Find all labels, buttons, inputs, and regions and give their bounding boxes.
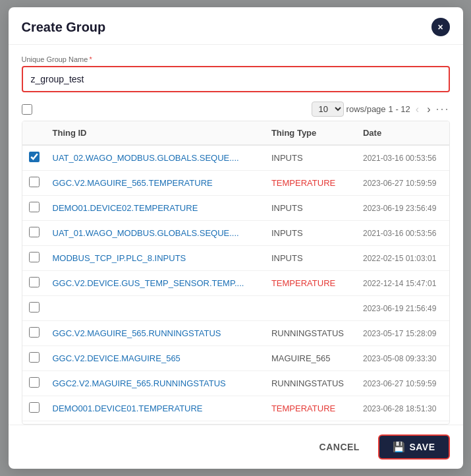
select-all-checkbox[interactable] (22, 104, 32, 115)
row-checkbox[interactable] (29, 227, 40, 237)
table-row: GGC.V2.DEVICE.GUS_TEMP_SENSOR.TEMP....TE… (22, 271, 449, 296)
thing-type: INPUTS (271, 228, 303, 238)
table-row: UAT_02.WAGO_MODBUS.GLOBALS.SEQUE....INPU… (22, 145, 449, 171)
col-date: Date (356, 121, 449, 145)
thing-date: 2023-06-27 10:59:59 (356, 171, 449, 196)
table-row: 2023-06-19 21:56:49 (22, 296, 449, 321)
thing-date: 2023-06-19 23:56:49 (356, 196, 449, 221)
thing-date: 2021-03-16 00:53:56 (356, 221, 449, 246)
row-checkbox[interactable] (29, 302, 40, 312)
thing-date: 2021-03-16 00:53:56 (356, 145, 449, 171)
thing-id: GGC.V2.DEVICE.MAGUIRE_565 (53, 353, 180, 363)
thing-id: UAT_01.WAGO_MODBUS.GLOBALS.SEQUE.... (53, 228, 239, 238)
next-page-button[interactable]: › (424, 102, 433, 117)
table-row: GGC.V2.MAGUIRE_565.RUNNINGSTATUSRUNNINGS… (22, 321, 449, 346)
row-checkbox[interactable] (29, 352, 40, 363)
thing-type: INPUTS (271, 203, 303, 213)
close-button[interactable]: × (431, 18, 450, 36)
create-group-modal: Create Group × Unique Group Name* 5 10 2… (9, 7, 463, 469)
thing-date: 2023-06-19 21:56:49 (356, 296, 449, 321)
thing-type: RUNNINGSTATUS (271, 328, 344, 338)
col-thing-type: Thing Type (265, 121, 356, 145)
row-checkbox[interactable] (29, 377, 40, 388)
row-checkbox[interactable] (29, 402, 40, 413)
modal-header: Create Group × (9, 7, 463, 45)
modal-title: Create Group (22, 20, 106, 35)
table-row: GGC.V2.MAGUIRE_565.TEMPERATURETEMPERATUR… (22, 171, 449, 196)
thing-date: 2023-06-27 10:59:59 (356, 371, 449, 396)
thing-type: INPUTS (271, 253, 303, 263)
modal-overlay: Create Group × Unique Group Name* 5 10 2… (0, 0, 471, 476)
row-checkbox[interactable] (29, 202, 40, 212)
header-checkbox-cell (22, 121, 46, 145)
thing-id: GGC.V2.DEVICE.GUS_TEMP_SENSOR.TEMP.... (53, 278, 244, 288)
required-star: * (89, 55, 92, 63)
row-checkbox[interactable] (29, 152, 40, 162)
thing-id: GGC.V2.MAGUIRE_565.TEMPERATURE (53, 178, 213, 188)
table-header-row: Thing ID Thing Type Date (22, 121, 449, 145)
save-label: SAVE (409, 442, 435, 452)
thing-type: RUNNINGSTATUS (271, 378, 344, 388)
save-icon: 💾 (393, 441, 406, 453)
thing-date: 2023-06-28 18:51:30 (356, 396, 449, 421)
thing-date: 2023-05-17 15:28:09 (356, 321, 449, 346)
data-table: Thing ID Thing Type Date UAT_02.WAGO_MOD… (22, 121, 449, 425)
rows-per-page-select[interactable]: 5 10 25 50 (312, 102, 344, 117)
thing-id: UAT_02.WAGO_MODBUS.GLOBALS.SEQUE.... (53, 153, 239, 163)
thing-type: INPUTS (271, 153, 303, 163)
thing-id: GGC2.V2.MAGUIRE_565.RUNNINGSTATUS (53, 378, 226, 388)
row-checkbox[interactable] (29, 177, 40, 187)
thing-date: 2023-05-08 09:33:30 (356, 346, 449, 371)
modal-footer: CANCEL 💾 SAVE (9, 425, 463, 469)
thing-id: DEMO001.DEVICE01.TEMPERATURE (53, 403, 203, 413)
thing-id: GGC.V2.MAGUIRE_565.RUNNINGSTATUS (53, 328, 221, 338)
thing-id: MODBUS_TCP_IP.PLC_8.INPUTS (53, 253, 186, 263)
toolbar-right: 5 10 25 50 rows/page 1 - 12 ‹ › ··· (312, 102, 450, 117)
save-button[interactable]: 💾 SAVE (378, 434, 450, 460)
col-thing-id: Thing ID (46, 121, 265, 145)
table-row: GGC2.V2.MAGUIRE_565.RUNNINGSTATUSRUNNING… (22, 371, 449, 396)
rows-per-page-label: rows/page (346, 104, 386, 114)
more-options-button[interactable]: ··· (435, 102, 449, 116)
group-name-input[interactable] (22, 66, 450, 92)
data-table-container: Thing ID Thing Type Date UAT_02.WAGO_MOD… (22, 121, 450, 425)
thing-type: TEMPERATURE (271, 178, 335, 188)
row-checkbox[interactable] (29, 327, 40, 338)
pagination-info: 1 - 12 (389, 104, 410, 114)
row-checkbox[interactable] (29, 252, 40, 262)
table-row: UAT_01.WAGO_MODBUS.GLOBALS.SEQUE....INPU… (22, 221, 449, 246)
thing-type: MAGUIRE_565 (271, 353, 331, 363)
row-checkbox[interactable] (29, 277, 40, 287)
thing-type: TEMPERATURE (271, 403, 335, 413)
toolbar-left (22, 104, 312, 115)
group-name-label: Unique Group Name* (22, 55, 450, 63)
cancel-button[interactable]: CANCEL (309, 436, 370, 458)
thing-date: 2022-12-14 15:47:01 (356, 271, 449, 296)
prev-page-button[interactable]: ‹ (413, 102, 422, 117)
table-row: MODBUS_TCP_IP.PLC_8.INPUTSINPUTS2022-02-… (22, 246, 449, 271)
thing-date: 2022-02-15 01:03:01 (356, 246, 449, 271)
thing-id: DEMO01.DEVICE02.TEMPERATURE (53, 203, 198, 213)
table-row: GGC.V2.DEVICE.MAGUIRE_565MAGUIRE_5652023… (22, 346, 449, 371)
table-row: DEMO01.DEVICE02.TEMPERATUREINPUTS2023-06… (22, 196, 449, 221)
table-toolbar: 5 10 25 50 rows/page 1 - 12 ‹ › ··· (22, 102, 450, 117)
thing-type: TEMPERATURE (271, 278, 335, 288)
table-row: DEMO001.DEVICE01.TEMPERATURETEMPERATURE2… (22, 396, 449, 421)
modal-body: Unique Group Name* 5 10 25 50 rows/page … (9, 45, 463, 425)
